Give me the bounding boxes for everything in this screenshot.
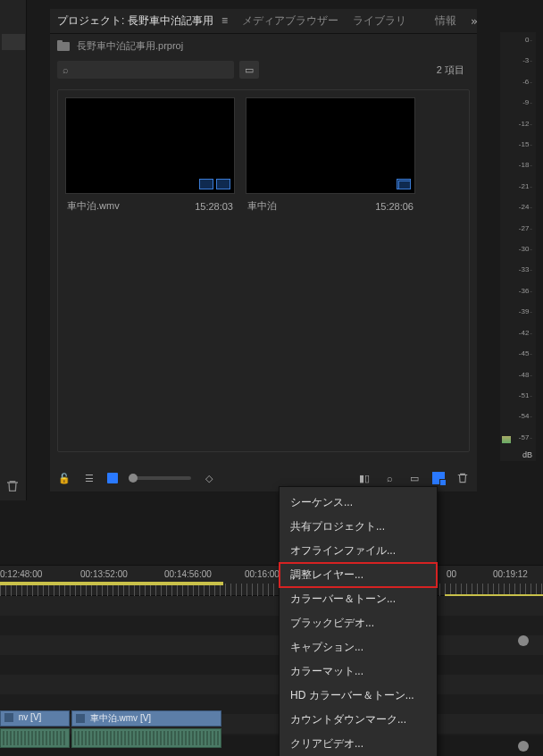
- video-badge-icon: [199, 179, 213, 189]
- video-clip-0[interactable]: nv [V]: [0, 710, 70, 727]
- sort-icon[interactable]: ◇: [202, 471, 216, 485]
- menu-offline-file[interactable]: オフラインファイル...: [280, 539, 437, 563]
- video-clip-0-label: nv [V]: [19, 712, 42, 722]
- search-icon: ⌕: [63, 64, 69, 75]
- audio-clip-0[interactable]: [0, 728, 70, 748]
- menu-shared-project[interactable]: 共有プロジェクト...: [280, 515, 437, 539]
- left-gutter: [0, 0, 27, 500]
- tab-menu-icon[interactable]: ≡: [221, 14, 228, 27]
- write-lock-icon[interactable]: 🔓: [57, 471, 71, 485]
- meter-unit: dB: [522, 450, 532, 459]
- meter-bars: [502, 436, 511, 443]
- time-ruler[interactable]: 0:12:48:00 00:13:52:00 00:14:56:00 00:16…: [0, 566, 543, 596]
- delete-icon[interactable]: [455, 471, 470, 485]
- global-trash-icon[interactable]: [5, 479, 20, 495]
- tc-3: 00:16:00: [245, 569, 280, 579]
- tab-library[interactable]: ライブラリ: [353, 13, 406, 29]
- search-input[interactable]: ⌕: [57, 61, 234, 79]
- icon-view-icon[interactable]: [107, 473, 118, 483]
- tc-2: 00:14:56:00: [164, 569, 212, 579]
- tracks[interactable]: nv [V] 車中泊.wmv [V]: [0, 596, 543, 756]
- video-clip-1-label: 車中泊.wmv [V]: [90, 713, 151, 723]
- vzoom-bottom-handle[interactable]: [518, 741, 529, 752]
- menu-adjustment-layer[interactable]: 調整レイヤー...: [280, 563, 437, 587]
- clip-0-name: 車中泊.wmv: [67, 199, 120, 213]
- clip-0[interactable]: 車中泊.wmv 15:28:03: [65, 97, 235, 213]
- find-icon[interactable]: ⌕: [382, 471, 397, 485]
- mini-thumb: [2, 34, 25, 50]
- tab-project[interactable]: プロジェクト: 長野車中泊記事用 ≡: [57, 13, 228, 29]
- menu-sequence[interactable]: シーケンス...: [280, 491, 437, 515]
- auto-match-icon[interactable]: ▮▯: [357, 471, 372, 485]
- clip-1-name: 車中泊: [247, 199, 277, 213]
- inout-range[interactable]: [0, 582, 223, 585]
- tab-info[interactable]: 情報: [435, 13, 456, 29]
- zoom-slider[interactable]: [129, 476, 191, 480]
- bin-icon: ▭: [245, 64, 254, 76]
- tabs-overflow-icon[interactable]: »: [471, 14, 478, 28]
- menu-hd-bars-tone[interactable]: HD カラーバー＆トーン...: [280, 684, 437, 708]
- clip-1[interactable]: 車中泊 15:28:06: [246, 97, 415, 213]
- item-count: 2 項目: [437, 63, 470, 77]
- list-view-icon[interactable]: ☰: [82, 471, 96, 485]
- menu-caption[interactable]: キャプション...: [280, 635, 437, 659]
- audio-meter-panel: 0-3 -6-9 -12-15 -18-21 -24-27 -30-33 -36…: [500, 32, 536, 461]
- menu-clear-video[interactable]: クリアビデオ...: [280, 732, 437, 756]
- video-clip-1[interactable]: 車中泊.wmv [V]: [71, 710, 221, 727]
- clip-0-thumb[interactable]: [65, 97, 235, 194]
- menu-black-video[interactable]: ブラックビデオ...: [280, 611, 437, 635]
- tc-1: 00:13:52:00: [80, 569, 128, 579]
- bins-area: 車中泊.wmv 15:28:03 車中泊 15:28:06: [57, 89, 470, 452]
- fx-icon: [4, 713, 13, 722]
- new-bin-icon[interactable]: ▭: [407, 471, 422, 485]
- breadcrumb: 長野車中泊記事用.prproj: [50, 34, 477, 57]
- panel-tabs: プロジェクト: 長野車中泊記事用 ≡ メディアブラウザー ライブラリ 情報 »: [50, 9, 477, 34]
- new-item-menu: シーケンス... 共有プロジェクト... オフラインファイル... 調整レイヤー…: [279, 486, 438, 756]
- audio-badge-icon: [216, 179, 230, 189]
- meter-scale: 0-3 -6-9 -12-15 -18-21 -24-27 -30-33 -36…: [502, 32, 534, 445]
- fx-icon: [76, 714, 85, 723]
- clip-1-duration: 15:28:06: [375, 201, 414, 212]
- clip-1-thumb[interactable]: [246, 97, 415, 194]
- filter-bin-button[interactable]: ▭: [239, 61, 259, 79]
- breadcrumb-file: 長野車中泊記事用.prproj: [77, 39, 183, 53]
- vzoom-top-handle[interactable]: [518, 635, 529, 646]
- menu-countdown[interactable]: カウントダウンマーク...: [280, 708, 437, 732]
- search-field[interactable]: [69, 64, 229, 75]
- tc-5: 00:19:12: [493, 569, 528, 579]
- search-row: ⌕ ▭ 2 項目: [50, 57, 477, 82]
- menu-bars-tone[interactable]: カラーバー＆トーン...: [280, 587, 437, 611]
- tc-4: 00: [447, 569, 456, 579]
- timeline-panel: 0:12:48:00 00:13:52:00 00:14:56:00 00:16…: [0, 565, 543, 756]
- tab-project-prefix: プロジェクト:: [57, 14, 124, 27]
- sequence-badge-icon: [397, 179, 411, 189]
- tc-0: 0:12:48:00: [0, 569, 42, 579]
- tab-project-name: 長野車中泊記事用: [128, 14, 213, 27]
- folder-icon: [57, 40, 70, 51]
- clip-0-duration: 15:28:03: [195, 201, 233, 212]
- new-item-icon[interactable]: [432, 472, 445, 484]
- tab-media-browser[interactable]: メディアブラウザー: [242, 13, 338, 29]
- project-panel: プロジェクト: 長野車中泊記事用 ≡ メディアブラウザー ライブラリ 情報 » …: [50, 9, 477, 491]
- menu-color-matte[interactable]: カラーマット...: [280, 659, 437, 684]
- audio-clip-1[interactable]: [71, 728, 221, 748]
